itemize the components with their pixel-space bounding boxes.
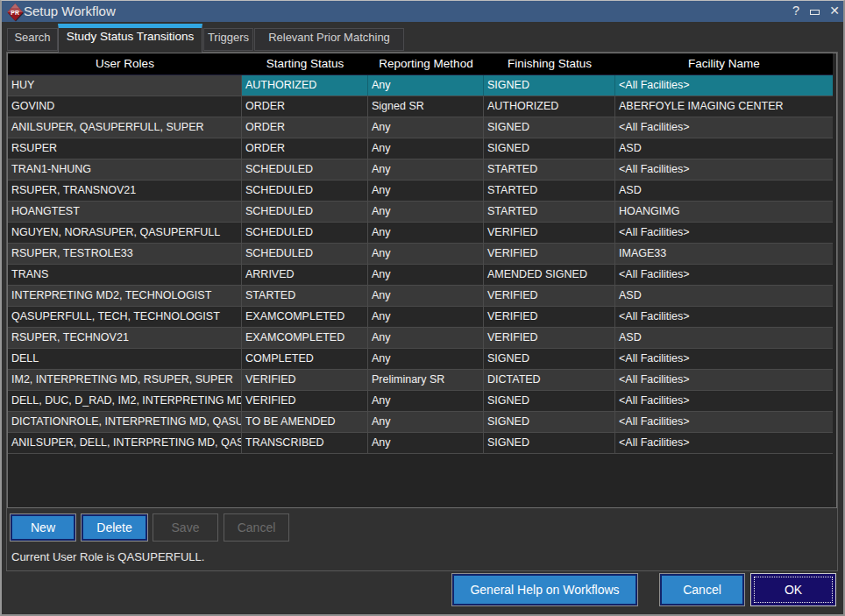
svg-text:PR: PR xyxy=(11,10,19,16)
